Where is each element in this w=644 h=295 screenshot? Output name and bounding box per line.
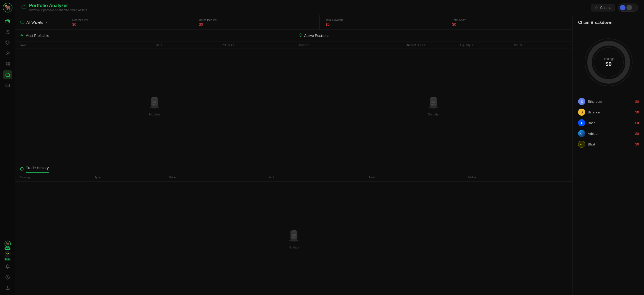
sidebar: 🐂 — [0, 0, 15, 295]
no-data-icon-trades — [286, 227, 302, 243]
stat-revenue-value: $0 — [326, 22, 440, 26]
sidebar-item-settings[interactable] — [3, 273, 12, 282]
wallet-chevron-icon: ▼ — [45, 21, 48, 24]
col-type-header: Type — [95, 176, 169, 179]
svg-point-20 — [7, 277, 8, 278]
svg-text:🐂: 🐂 — [4, 4, 11, 10]
toggle-dot-gray — [626, 5, 632, 10]
active-positions-no-data-text: No data — [428, 113, 439, 116]
active-positions-panel: Active Positions Token ▼ Amount USD ⇅ Li… — [294, 30, 573, 162]
chain-breakdown-title: Chain Breakdown — [573, 20, 644, 29]
donut-chart-container: Holdings $0 — [573, 29, 644, 95]
sidebar-item-card[interactable] — [3, 81, 12, 90]
left-panels: All Wallets ▼ Realized PnL $0 Unrealized… — [15, 15, 573, 295]
svg-rect-30 — [152, 97, 157, 99]
active-positions-table-header: Token ▼ Amount USD ⇅ Liquidity ⇅ PnL — [294, 41, 573, 49]
binance-value: $0 — [635, 110, 639, 114]
most-profitable-no-data: No data — [15, 49, 294, 162]
sidebar-item-history[interactable] — [3, 27, 12, 37]
wallet-icon — [20, 20, 24, 25]
sidebar-item-export[interactable] — [3, 283, 12, 292]
app-logo[interactable]: 🐂 — [3, 3, 13, 13]
svg-text:🐂: 🐂 — [6, 242, 9, 245]
no-data-icon-profitable — [147, 94, 162, 110]
svg-text:A: A — [580, 132, 582, 135]
main-content: Portfolio Analyzer View your portfolio o… — [15, 0, 644, 295]
svg-rect-14 — [6, 84, 9, 87]
svg-point-3 — [8, 21, 9, 22]
portfolio-icon — [21, 4, 26, 11]
sidebar-item-new[interactable]: 🐂 NEW — [3, 241, 12, 250]
trade-history-table-header: Time ago Type Price Amt Total Maker — [15, 173, 573, 182]
svg-rect-35 — [430, 98, 437, 106]
sidebar-item-compass[interactable] — [3, 49, 12, 58]
stat-realized-label: Realized PnL — [72, 18, 187, 21]
page-title: Portfolio Analyzer — [29, 3, 87, 8]
col-ap-token-header: Token ▼ — [299, 43, 406, 47]
arbitrum-icon: A — [578, 130, 585, 137]
theme-toggle[interactable] — [618, 4, 638, 12]
wallet-selector[interactable]: All Wallets ▼ — [15, 17, 66, 28]
earn-badge: EARN — [4, 258, 11, 260]
svg-rect-8 — [6, 62, 7, 64]
pnlpct-sort-icon: ⇅ — [233, 44, 235, 47]
col-ap-pnl-header: PnL ⇅ — [514, 43, 568, 47]
col-token-header: Token — [20, 43, 154, 47]
sidebar-item-bell[interactable] — [3, 262, 12, 271]
svg-rect-29 — [151, 98, 158, 106]
donut-center: Holdings $0 — [603, 57, 614, 67]
stat-total-spent: Total Spent $0 — [446, 15, 573, 29]
chain-item-binance: B Binance $0 — [578, 109, 639, 116]
page-subtitle: View your portfolio or analyze other wal… — [29, 8, 87, 12]
stat-unrealized-pnl: Unrealized PnL $0 — [193, 15, 320, 29]
stats-row: Realized PnL $0 Unrealized PnL $0 Total … — [66, 15, 573, 29]
binance-icon: B — [578, 109, 585, 116]
new-badge: NEW — [5, 247, 10, 250]
topbar: Portfolio Analyzer View your portfolio o… — [15, 0, 644, 15]
stat-unrealized-label: Unrealized PnL — [199, 18, 313, 21]
trade-history-icon — [20, 167, 24, 172]
binance-name: Binance — [588, 110, 633, 114]
ethereum-name: Ethereum — [588, 100, 633, 104]
active-positions-no-data: No data — [294, 49, 573, 162]
most-profitable-table-header: Token PnL ⇅ PnL (%) ⇅ — [15, 41, 294, 49]
most-profitable-no-data-text: No data — [149, 113, 160, 116]
svg-rect-12 — [6, 74, 9, 77]
active-positions-header: Active Positions — [294, 30, 573, 41]
svg-rect-11 — [6, 65, 7, 66]
stat-unrealized-value: $0 — [199, 22, 313, 26]
svg-rect-42 — [291, 231, 297, 239]
chain-item-base: ● Base $0 — [578, 119, 639, 126]
chains-button[interactable]: Chains — [591, 4, 615, 11]
liquidity-sort-icon: ⇅ — [471, 44, 474, 46]
col-amt-header: Amt — [269, 176, 369, 179]
svg-text:🌱: 🌱 — [6, 253, 9, 256]
svg-rect-36 — [431, 97, 436, 99]
mid-section: Most Profitable Token PnL ⇅ PnL (%) ⇅ — [15, 30, 573, 162]
toggle-dot-blue — [620, 5, 625, 10]
content-area: All Wallets ▼ Realized PnL $0 Unrealized… — [15, 15, 644, 295]
chain-item-blast: B Blast $0 — [578, 141, 639, 148]
base-value: $0 — [635, 121, 639, 125]
trade-history-no-data: No data — [15, 182, 573, 295]
sidebar-item-grid[interactable] — [3, 60, 12, 69]
donut-holdings-label: Holdings — [603, 57, 614, 61]
col-time-header: Time ago — [20, 176, 95, 179]
sidebar-item-wallet[interactable] — [3, 17, 12, 26]
stat-revenue-label: Total Revenue — [326, 18, 440, 21]
sidebar-item-earn[interactable]: 🌱 EARN — [3, 251, 12, 260]
sidebar-item-tag[interactable] — [3, 38, 12, 47]
arbitrum-name: Arbitrum — [588, 132, 633, 136]
col-ap-amount-header: Amount USD ⇅ — [406, 43, 460, 47]
base-name: Base — [588, 121, 633, 125]
col-pnl-header: PnL ⇅ — [154, 43, 222, 47]
chain-breakdown-panel: Chain Breakdown Holdings $0 Ξ Ethereum $ — [573, 15, 644, 295]
svg-point-41 — [289, 239, 298, 242]
sidebar-item-briefcase[interactable] — [3, 70, 12, 79]
chain-list: Ξ Ethereum $0 B Binance $0 ● Base $0 — [573, 95, 644, 150]
col-maker-header: Maker — [468, 176, 568, 179]
most-profitable-icon — [20, 33, 23, 38]
stat-realized-value: $0 — [72, 22, 187, 26]
pnl-sort-icon: ⇅ — [161, 44, 163, 46]
blast-icon: B — [578, 141, 585, 148]
